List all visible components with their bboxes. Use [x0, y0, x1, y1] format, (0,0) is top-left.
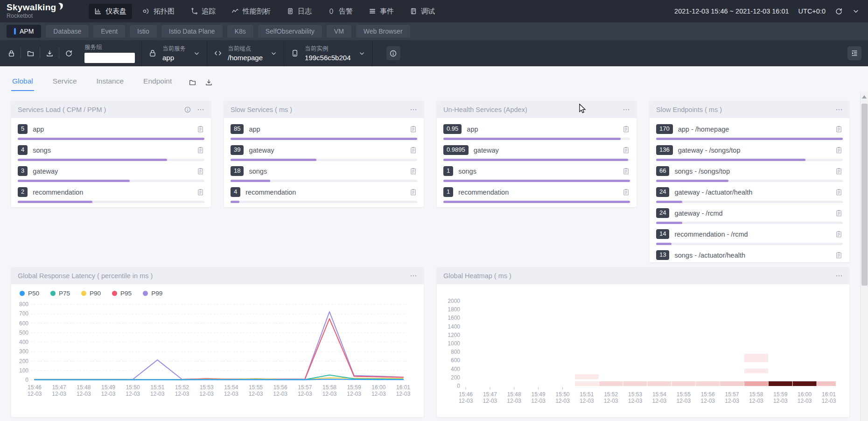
- copy-button[interactable]: [622, 146, 630, 154]
- legend-item-p99[interactable]: P99: [143, 290, 162, 297]
- copy-button[interactable]: [622, 167, 630, 175]
- instance-icon-slot: [291, 49, 299, 57]
- download-button[interactable]: [41, 46, 58, 60]
- collapse-panel-button[interactable]: [847, 46, 861, 60]
- clipboard-icon: [409, 188, 417, 196]
- nav-item-label: 仪表盘: [105, 7, 126, 16]
- nav-item-4[interactable]: 日志: [281, 4, 317, 19]
- copy-button[interactable]: [196, 167, 204, 175]
- copy-button[interactable]: [409, 167, 417, 175]
- folder-button[interactable]: [22, 46, 39, 60]
- more-icon[interactable]: [410, 106, 417, 113]
- workspace-tab-web-browser[interactable]: Web Browser: [356, 25, 410, 38]
- legend-item-p90[interactable]: P90: [81, 290, 101, 297]
- copy-button[interactable]: [409, 125, 417, 133]
- copy-button[interactable]: [835, 230, 843, 238]
- copy-button[interactable]: [835, 209, 843, 217]
- card-header: Global Response Latency ( percentile in …: [11, 267, 424, 284]
- scroll-up-icon[interactable]: [862, 95, 867, 98]
- legend-item-p50[interactable]: P50: [20, 290, 39, 297]
- info-button[interactable]: [386, 46, 400, 60]
- rank-card-1: Slow Services ( ms )85app39gateway18song…: [224, 101, 424, 207]
- item-progress-fill: [18, 201, 92, 203]
- copy-button[interactable]: [196, 188, 204, 196]
- item-progress-track: [18, 201, 204, 203]
- logo[interactable]: Skywalking Rocketbot: [7, 3, 81, 20]
- tab-service[interactable]: Service: [52, 73, 78, 91]
- copy-button[interactable]: [409, 146, 417, 154]
- list-item: 5app: [18, 119, 204, 140]
- more-icon[interactable]: [410, 272, 417, 280]
- copy-button[interactable]: [196, 125, 204, 133]
- time-range-picker[interactable]: 2021-12-03 15:46 ~ 2021-12-03 16:01: [674, 7, 789, 15]
- copy-button[interactable]: [409, 188, 417, 196]
- copy-button[interactable]: [622, 125, 630, 133]
- copy-button[interactable]: [835, 251, 843, 259]
- refresh-button[interactable]: [60, 46, 77, 60]
- copy-button[interactable]: [622, 188, 630, 196]
- item-value-badge: 0.9895: [443, 145, 469, 154]
- copy-button[interactable]: [835, 188, 843, 196]
- refresh-icon[interactable]: [835, 7, 843, 15]
- clipboard-icon: [196, 146, 204, 154]
- item-label: gateway: [33, 168, 191, 175]
- item-label: recommendation: [33, 189, 191, 196]
- refresh-icon: [65, 49, 73, 57]
- lock-button[interactable]: [3, 46, 20, 60]
- nav-item-1[interactable]: 拓扑图: [137, 4, 180, 19]
- tab-global[interactable]: Global: [11, 73, 34, 91]
- list-item: 18songs: [231, 161, 417, 182]
- more-icon[interactable]: [835, 272, 843, 280]
- nav-item-2[interactable]: 追踪: [185, 4, 221, 19]
- copy-button[interactable]: [196, 146, 204, 154]
- current-endpoint-select[interactable]: 当前端点 /homepage: [214, 45, 277, 62]
- workspace-tab-apm[interactable]: APM: [7, 25, 41, 38]
- current-instance-select[interactable]: 当前实例 199c56c5b204: [291, 45, 365, 62]
- folder-icon[interactable]: [189, 78, 196, 86]
- svg-text:15:47: 15:47: [483, 391, 497, 398]
- workspace-tab-database[interactable]: Database: [46, 25, 89, 38]
- chevron-slot[interactable]: [852, 7, 860, 15]
- debug-icon: [410, 7, 417, 15]
- svg-text:1600: 1600: [448, 315, 460, 321]
- info-icon[interactable]: [184, 106, 191, 113]
- nav-item-label: 追踪: [202, 7, 216, 16]
- lock-icon: [7, 49, 15, 57]
- refresh-icon-slot[interactable]: [835, 7, 843, 15]
- svg-text:16:01: 16:01: [396, 384, 410, 391]
- more-icon[interactable]: [623, 106, 630, 113]
- service-group-input[interactable]: [84, 53, 135, 63]
- workspace-tab-istio[interactable]: Istio: [130, 25, 157, 38]
- copy-button[interactable]: [835, 146, 843, 154]
- download-icon[interactable]: [205, 78, 213, 86]
- timezone-label[interactable]: UTC+0:0: [798, 7, 826, 15]
- nav-item-0[interactable]: 仪表盘: [89, 4, 132, 19]
- nav-item-6[interactable]: 事件: [363, 4, 399, 19]
- current-service-select[interactable]: 当前服务 app: [148, 45, 200, 62]
- workspace-tab-label: VM: [334, 28, 344, 35]
- workspace-tab-vm[interactable]: VM: [327, 25, 351, 38]
- copy-button[interactable]: [835, 167, 843, 175]
- workspace-tab-event[interactable]: Event: [93, 25, 125, 38]
- nav-item-7[interactable]: 调试: [404, 4, 441, 19]
- svg-text:15:52: 15:52: [604, 391, 618, 398]
- workspace-tab-selfobservability[interactable]: SelfObservability: [258, 25, 322, 38]
- legend-item-p75[interactable]: P75: [50, 290, 70, 297]
- copy-button[interactable]: [835, 125, 843, 133]
- page-scrollbar[interactable]: [860, 91, 868, 421]
- chevron-down-icon[interactable]: [852, 7, 860, 15]
- more-icon[interactable]: [835, 106, 843, 113]
- more-icon[interactable]: [197, 106, 204, 113]
- svg-text:15:53: 15:53: [628, 391, 642, 398]
- nav-item-5[interactable]: 告警: [322, 4, 358, 19]
- item-progress-track: [231, 201, 417, 203]
- item-value-badge: 39: [231, 145, 244, 154]
- tab-instance[interactable]: Instance: [96, 73, 125, 91]
- scrollbar-thumb[interactable]: [861, 104, 868, 286]
- nav-item-3[interactable]: 性能剖析: [226, 4, 276, 19]
- workspace-tab-k8s[interactable]: K8s: [227, 25, 253, 38]
- workspace-tab-istio-data-plane[interactable]: Istio Data Plane: [161, 25, 223, 38]
- tab-endpoint[interactable]: Endpoint: [142, 73, 173, 91]
- download-icon: [46, 49, 54, 57]
- legend-item-p95[interactable]: P95: [112, 290, 132, 297]
